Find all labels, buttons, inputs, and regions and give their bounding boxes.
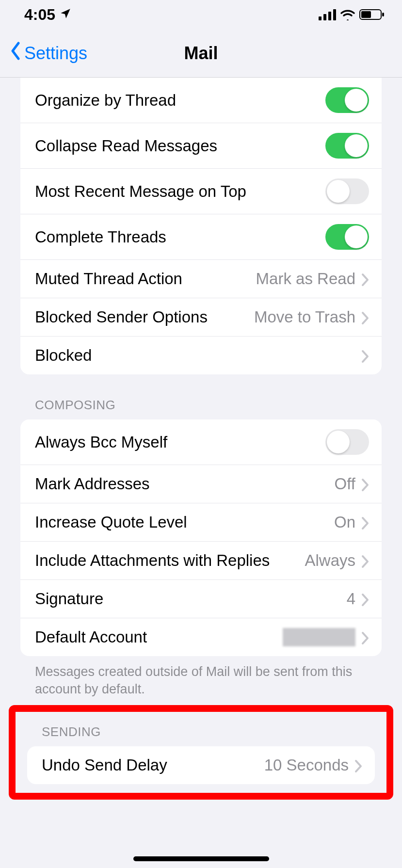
row-value: 4	[347, 590, 355, 608]
wifi-icon	[340, 9, 355, 20]
row-signature[interactable]: Signature 4	[20, 579, 382, 618]
row-label: Undo Send Delay	[42, 756, 264, 774]
section-threading: Organize by Thread Collapse Read Message…	[20, 78, 382, 374]
row-label: Blocked	[35, 346, 361, 365]
row-value: Always	[305, 551, 355, 570]
highlight-box: SENDING Undo Send Delay 10 Seconds	[9, 705, 393, 800]
chevron-right-icon	[354, 758, 362, 772]
toggle-collapse-read-messages[interactable]	[325, 133, 369, 159]
row-label: Increase Quote Level	[35, 513, 334, 531]
row-muted-thread-action[interactable]: Muted Thread Action Mark as Read	[20, 259, 382, 298]
back-button[interactable]: Settings	[10, 41, 87, 65]
row-label: Organize by Thread	[35, 91, 325, 110]
chevron-right-icon	[361, 477, 369, 491]
section-header-sending: SENDING	[27, 712, 375, 746]
row-label: Most Recent Message on Top	[35, 182, 325, 201]
row-value: Mark as Read	[256, 270, 355, 288]
section-composing: COMPOSING Always Bcc Myself Mark Address…	[20, 374, 382, 698]
toggle-always-bcc-myself[interactable]	[325, 429, 369, 455]
svg-rect-2	[328, 12, 331, 20]
svg-rect-6	[382, 13, 384, 16]
toggle-organize-by-thread[interactable]	[325, 87, 369, 113]
chevron-right-icon	[361, 554, 369, 567]
row-label: Collapse Read Messages	[35, 137, 325, 155]
row-label: Complete Threads	[35, 228, 325, 246]
row-label: Blocked Sender Options	[35, 308, 254, 326]
row-collapse-read-messages[interactable]: Collapse Read Messages	[20, 123, 382, 168]
svg-rect-0	[319, 16, 322, 20]
row-label: Signature	[35, 590, 347, 608]
cellular-icon	[319, 9, 336, 20]
location-icon	[59, 6, 72, 24]
row-complete-threads[interactable]: Complete Threads	[20, 214, 382, 259]
row-organize-by-thread[interactable]: Organize by Thread	[20, 78, 382, 123]
row-mark-addresses[interactable]: Mark Addresses Off	[20, 465, 382, 503]
toggle-most-recent-on-top[interactable]	[325, 178, 369, 204]
chevron-right-icon	[361, 272, 369, 286]
row-default-account[interactable]: Default Account ████ █	[20, 618, 382, 656]
svg-rect-5	[361, 11, 371, 18]
row-value: Off	[335, 475, 355, 493]
chevron-right-icon	[361, 515, 369, 529]
group-threading: Organize by Thread Collapse Read Message…	[20, 78, 382, 374]
group-sending: Undo Send Delay 10 Seconds	[27, 746, 375, 784]
row-blocked-sender-options[interactable]: Blocked Sender Options Move to Trash	[20, 298, 382, 336]
section-footer-composing: Messages created outside of Mail will be…	[20, 656, 382, 698]
row-label: Include Attachments with Replies	[35, 551, 305, 570]
chevron-right-icon	[361, 592, 369, 606]
status-bar: 4:05	[0, 0, 402, 29]
section-sending: SENDING Undo Send Delay 10 Seconds	[27, 712, 375, 784]
row-label: Muted Thread Action	[35, 270, 256, 288]
chevron-right-icon	[361, 349, 369, 362]
row-value-obscured: ████ █	[283, 628, 355, 646]
row-label: Always Bcc Myself	[35, 433, 325, 451]
status-time: 4:05	[24, 6, 55, 24]
chevron-left-icon	[10, 41, 21, 65]
nav-bar: Settings Mail	[0, 29, 402, 78]
row-include-attachments[interactable]: Include Attachments with Replies Always	[20, 541, 382, 579]
back-label: Settings	[24, 43, 87, 64]
home-indicator	[133, 856, 269, 861]
row-value: Move to Trash	[254, 308, 355, 326]
row-label: Mark Addresses	[35, 475, 335, 493]
row-most-recent-on-top[interactable]: Most Recent Message on Top	[20, 168, 382, 214]
row-undo-send-delay[interactable]: Undo Send Delay 10 Seconds	[27, 746, 375, 784]
group-composing: Always Bcc Myself Mark Addresses Off Inc…	[20, 419, 382, 656]
chevron-right-icon	[361, 310, 369, 324]
row-value: 10 Seconds	[264, 756, 349, 774]
status-right	[319, 9, 385, 20]
row-label: Default Account	[35, 628, 283, 646]
svg-rect-1	[323, 14, 326, 20]
battery-icon	[359, 9, 385, 20]
status-left: 4:05	[24, 6, 72, 24]
row-blocked[interactable]: Blocked	[20, 336, 382, 374]
svg-rect-3	[333, 9, 336, 20]
chevron-right-icon	[361, 630, 369, 644]
row-always-bcc-myself[interactable]: Always Bcc Myself	[20, 419, 382, 465]
toggle-complete-threads[interactable]	[325, 224, 369, 250]
row-value: On	[334, 513, 355, 531]
row-increase-quote-level[interactable]: Increase Quote Level On	[20, 503, 382, 541]
section-header-composing: COMPOSING	[20, 374, 382, 419]
